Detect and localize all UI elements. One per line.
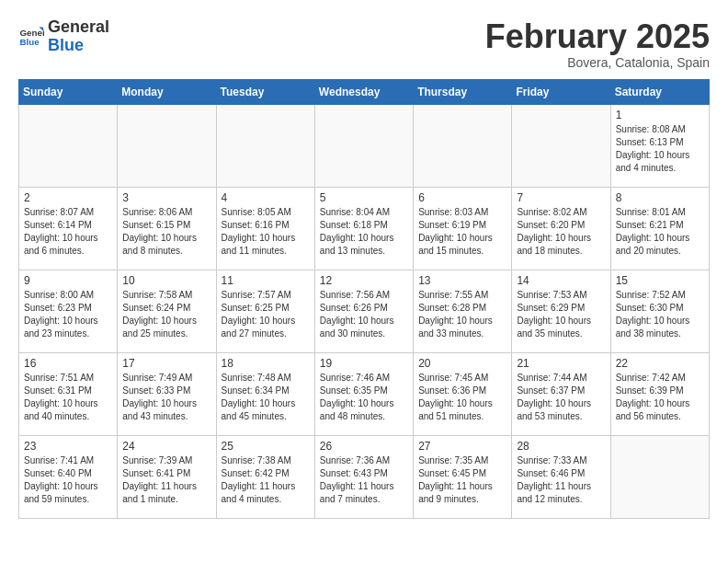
day-info: Sunrise: 8:07 AM Sunset: 6:14 PM Dayligh…: [24, 206, 112, 258]
calendar-cell: [216, 104, 314, 187]
month-title: February 2025: [485, 18, 710, 55]
calendar-cell: 8Sunrise: 8:01 AM Sunset: 6:21 PM Daylig…: [610, 187, 709, 270]
page-header: General Blue General Blue February 2025 …: [18, 18, 710, 70]
calendar-cell: 15Sunrise: 7:52 AM Sunset: 6:30 PM Dayli…: [610, 270, 709, 352]
day-info: Sunrise: 7:44 AM Sunset: 6:37 PM Dayligh…: [517, 372, 605, 423]
day-number: 27: [418, 440, 506, 453]
day-number: 21: [517, 357, 605, 370]
day-info: Sunrise: 8:06 AM Sunset: 6:15 PM Dayligh…: [122, 206, 210, 258]
calendar-cell: [118, 104, 216, 187]
day-info: Sunrise: 8:03 AM Sunset: 6:19 PM Dayligh…: [418, 206, 506, 258]
day-info: Sunrise: 7:53 AM Sunset: 6:29 PM Dayligh…: [517, 289, 605, 340]
day-number: 9: [24, 274, 112, 287]
day-info: Sunrise: 7:39 AM Sunset: 6:41 PM Dayligh…: [122, 454, 210, 506]
day-info: Sunrise: 8:05 AM Sunset: 6:16 PM Dayligh…: [222, 206, 310, 258]
day-number: 28: [517, 440, 605, 453]
calendar-cell: 10Sunrise: 7:58 AM Sunset: 6:24 PM Dayli…: [118, 270, 216, 352]
day-info: Sunrise: 7:49 AM Sunset: 6:33 PM Dayligh…: [122, 372, 210, 423]
calendar-cell: 3Sunrise: 8:06 AM Sunset: 6:15 PM Daylig…: [118, 187, 216, 270]
day-number: 13: [418, 274, 506, 287]
svg-text:General: General: [19, 27, 44, 37]
calendar-cell: 25Sunrise: 7:38 AM Sunset: 6:42 PM Dayli…: [216, 435, 314, 518]
calendar-cell: 12Sunrise: 7:56 AM Sunset: 6:26 PM Dayli…: [314, 270, 413, 352]
day-number: 5: [320, 191, 408, 204]
day-info: Sunrise: 7:33 AM Sunset: 6:46 PM Dayligh…: [517, 454, 605, 506]
title-area: February 2025 Bovera, Catalonia, Spain: [485, 18, 710, 70]
day-info: Sunrise: 7:46 AM Sunset: 6:35 PM Dayligh…: [320, 372, 408, 423]
calendar-cell: [314, 104, 413, 187]
day-info: Sunrise: 8:01 AM Sunset: 6:21 PM Dayligh…: [616, 206, 704, 258]
day-number: 2: [24, 191, 112, 204]
calendar-cell: 18Sunrise: 7:48 AM Sunset: 6:34 PM Dayli…: [216, 352, 314, 435]
calendar-cell: 16Sunrise: 7:51 AM Sunset: 6:31 PM Dayli…: [19, 352, 118, 435]
day-number: 12: [320, 274, 408, 287]
day-number: 15: [616, 274, 704, 287]
day-info: Sunrise: 7:41 AM Sunset: 6:40 PM Dayligh…: [24, 454, 112, 506]
day-number: 10: [122, 274, 210, 287]
day-info: Sunrise: 7:38 AM Sunset: 6:42 PM Dayligh…: [222, 454, 310, 506]
calendar-cell: 24Sunrise: 7:39 AM Sunset: 6:41 PM Dayli…: [118, 435, 216, 518]
weekday-header-cell: Sunday: [19, 79, 118, 104]
calendar-cell: 2Sunrise: 8:07 AM Sunset: 6:14 PM Daylig…: [19, 187, 118, 270]
svg-text:Blue: Blue: [19, 37, 40, 47]
day-number: 19: [320, 357, 408, 370]
day-number: 22: [616, 357, 704, 370]
weekday-header-cell: Saturday: [610, 79, 709, 104]
day-info: Sunrise: 8:04 AM Sunset: 6:18 PM Dayligh…: [320, 206, 408, 258]
day-number: 3: [122, 191, 210, 204]
calendar-cell: 1Sunrise: 8:08 AM Sunset: 6:13 PM Daylig…: [610, 104, 709, 187]
day-number: 17: [122, 357, 210, 370]
day-number: 20: [418, 357, 506, 370]
calendar-cell: 11Sunrise: 7:57 AM Sunset: 6:25 PM Dayli…: [216, 270, 314, 352]
calendar-cell: 13Sunrise: 7:55 AM Sunset: 6:28 PM Dayli…: [414, 270, 512, 352]
calendar-cell: 14Sunrise: 7:53 AM Sunset: 6:29 PM Dayli…: [512, 270, 610, 352]
day-info: Sunrise: 7:57 AM Sunset: 6:25 PM Dayligh…: [222, 289, 310, 340]
weekday-header-row: SundayMondayTuesdayWednesdayThursdayFrid…: [19, 79, 710, 104]
day-number: 24: [122, 440, 210, 453]
calendar-cell: [512, 104, 610, 187]
calendar-cell: 4Sunrise: 8:05 AM Sunset: 6:16 PM Daylig…: [216, 187, 314, 270]
calendar-week-row: 16Sunrise: 7:51 AM Sunset: 6:31 PM Dayli…: [19, 352, 710, 435]
calendar-cell: 7Sunrise: 8:02 AM Sunset: 6:20 PM Daylig…: [512, 187, 610, 270]
location-subtitle: Bovera, Catalonia, Spain: [485, 55, 710, 70]
calendar-cell: 9Sunrise: 8:00 AM Sunset: 6:23 PM Daylig…: [19, 270, 118, 352]
day-number: 23: [24, 440, 112, 453]
calendar-week-row: 9Sunrise: 8:00 AM Sunset: 6:23 PM Daylig…: [19, 270, 710, 352]
day-info: Sunrise: 7:36 AM Sunset: 6:43 PM Dayligh…: [320, 454, 408, 506]
calendar-cell: 26Sunrise: 7:36 AM Sunset: 6:43 PM Dayli…: [314, 435, 413, 518]
calendar-week-row: 23Sunrise: 7:41 AM Sunset: 6:40 PM Dayli…: [19, 435, 710, 518]
calendar-table: SundayMondayTuesdayWednesdayThursdayFrid…: [18, 79, 710, 519]
calendar-body: 1Sunrise: 8:08 AM Sunset: 6:13 PM Daylig…: [19, 104, 710, 518]
logo-icon: General Blue: [18, 24, 44, 50]
calendar-cell: 23Sunrise: 7:41 AM Sunset: 6:40 PM Dayli…: [19, 435, 118, 518]
day-number: 25: [222, 440, 310, 453]
calendar-cell: 19Sunrise: 7:46 AM Sunset: 6:35 PM Dayli…: [314, 352, 413, 435]
day-info: Sunrise: 8:02 AM Sunset: 6:20 PM Dayligh…: [517, 206, 605, 258]
calendar-cell: [414, 104, 512, 187]
day-number: 6: [418, 191, 506, 204]
weekday-header-cell: Wednesday: [314, 79, 413, 104]
day-number: 16: [24, 357, 112, 370]
weekday-header-cell: Tuesday: [216, 79, 314, 104]
weekday-header-cell: Friday: [512, 79, 610, 104]
calendar-cell: [19, 104, 118, 187]
day-info: Sunrise: 7:42 AM Sunset: 6:39 PM Dayligh…: [616, 372, 704, 423]
day-number: 7: [517, 191, 605, 204]
day-info: Sunrise: 7:56 AM Sunset: 6:26 PM Dayligh…: [320, 289, 408, 340]
day-info: Sunrise: 7:52 AM Sunset: 6:30 PM Dayligh…: [616, 289, 704, 340]
calendar-week-row: 2Sunrise: 8:07 AM Sunset: 6:14 PM Daylig…: [19, 187, 710, 270]
day-number: 4: [222, 191, 310, 204]
day-info: Sunrise: 8:08 AM Sunset: 6:13 PM Dayligh…: [616, 123, 704, 175]
day-info: Sunrise: 7:45 AM Sunset: 6:36 PM Dayligh…: [418, 372, 506, 423]
calendar-cell: 6Sunrise: 8:03 AM Sunset: 6:19 PM Daylig…: [414, 187, 512, 270]
calendar-cell: 17Sunrise: 7:49 AM Sunset: 6:33 PM Dayli…: [118, 352, 216, 435]
calendar-cell: 22Sunrise: 7:42 AM Sunset: 6:39 PM Dayli…: [610, 352, 709, 435]
calendar-cell: [610, 435, 709, 518]
day-info: Sunrise: 7:51 AM Sunset: 6:31 PM Dayligh…: [24, 372, 112, 423]
logo-line2: Blue: [48, 37, 109, 55]
day-number: 18: [222, 357, 310, 370]
day-info: Sunrise: 7:55 AM Sunset: 6:28 PM Dayligh…: [418, 289, 506, 340]
day-info: Sunrise: 7:48 AM Sunset: 6:34 PM Dayligh…: [222, 372, 310, 423]
calendar-cell: 20Sunrise: 7:45 AM Sunset: 6:36 PM Dayli…: [414, 352, 512, 435]
day-number: 8: [616, 191, 704, 204]
